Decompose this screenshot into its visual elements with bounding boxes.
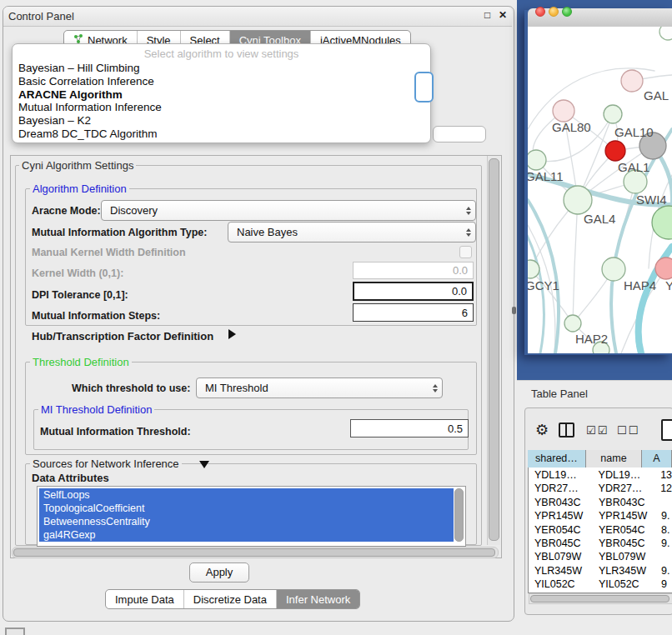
mi-threshold-input[interactable] [350, 419, 469, 438]
table-cell: YDR27… [529, 482, 594, 495]
settings-hscrollbar-thumb[interactable] [13, 548, 495, 557]
float-panel-icon[interactable]: □ [484, 9, 490, 21]
data-attribute-item[interactable]: BetweennessCentrality [39, 515, 454, 528]
data-attribute-item[interactable]: SelfLoops [39, 488, 454, 502]
table-row[interactable]: YLR345WYLR345W9. [529, 564, 672, 578]
tab-infer-network[interactable]: Infer Network [277, 590, 359, 608]
background-combo-fragment [433, 126, 486, 142]
table-cell: YBR043C [529, 496, 594, 509]
mi-steps-input[interactable] [353, 303, 474, 322]
table-row[interactable]: YPR145WYPR145W9. [529, 509, 672, 522]
settings-hscrollbar-track[interactable] [12, 547, 499, 558]
network-view[interactable]: GALGAL80GAL10GAL11GAL1SWI4GAL4GCY1HAP4YH… [528, 27, 672, 353]
hub-definition-label[interactable]: Hub/Transcription Factor Definition [32, 330, 213, 342]
network-node[interactable] [621, 70, 643, 92]
table-cell: YPR145W [529, 509, 594, 522]
column-header-3[interactable]: A [642, 450, 672, 468]
table-hscrollbar-thumb[interactable] [530, 595, 669, 602]
close-panel-icon[interactable]: ✕ [499, 9, 507, 21]
columns-icon[interactable] [559, 422, 574, 438]
tab-discretize-data[interactable]: Discretize Data [184, 590, 277, 608]
table-cell: YDL19… [529, 468, 594, 482]
algorithm-option[interactable]: ARACNE Algorithm [13, 88, 430, 102]
stepper-icon [462, 207, 475, 215]
table-row[interactable]: YDR27…YDR27…12 [529, 482, 672, 495]
network-node[interactable] [604, 105, 622, 123]
network-node[interactable] [659, 27, 672, 40]
gear-icon[interactable]: ⚙ [535, 421, 549, 439]
mi-threshold-label: Mutual Information Threshold: [40, 426, 191, 438]
node-label: SWI4 [636, 192, 667, 207]
close-window-icon[interactable] [535, 7, 545, 17]
panel-splitter-handle[interactable] [512, 307, 516, 314]
table-cell: 12 [655, 482, 672, 495]
which-threshold-select[interactable]: MI Threshold [196, 378, 443, 398]
settings-vscrollbar-thumb[interactable] [489, 158, 499, 541]
algorithm-option[interactable]: Bayesian – Hill Climbing [13, 62, 430, 75]
data-attribute-item[interactable]: TopologicalCoefficient [39, 502, 454, 515]
settings-vscrollbar-track[interactable] [487, 156, 500, 545]
table-rows: YDL19…YDL19…13YDR27…YDR27…12YBR043CYBR04… [529, 468, 672, 593]
network-edge[interactable] [530, 269, 573, 323]
algorithm-option[interactable]: Mutual Information Inference [13, 101, 430, 114]
zoom-window-icon[interactable] [562, 7, 572, 17]
collapse-arrow-icon[interactable] [199, 461, 209, 468]
table-cell: YIL052C [594, 578, 656, 591]
unchecked-checkboxes-icon[interactable]: ☐☐ [617, 424, 639, 437]
network-node[interactable] [528, 150, 546, 170]
node-label: GCY1 [528, 278, 559, 292]
network-node[interactable] [602, 258, 625, 281]
checked-checkboxes-icon[interactable]: ☑☑ [586, 424, 609, 437]
network-node[interactable] [553, 100, 574, 122]
cyni-algorithm-settings-title: Cyni Algorithm Settings [19, 159, 136, 172]
table-row[interactable]: YBR045CYBR045C9. [529, 537, 672, 550]
table-cell: YBL079W [594, 550, 656, 563]
node-label: GAL11 [528, 169, 564, 183]
listbox-scrollbar[interactable] [454, 488, 464, 542]
cyni-mode-tabbar: Impute DataDiscretize DataInfer Network [105, 589, 360, 609]
data-attributes-listbox[interactable]: SelfLoopsTopologicalCoefficientBetweenne… [37, 486, 466, 547]
network-node[interactable] [652, 206, 672, 239]
network-node[interactable] [564, 186, 592, 214]
apply-button[interactable]: Apply [189, 562, 249, 582]
table-cell: YER054C [529, 523, 594, 537]
app-root: Control Panel □ ✕ NetworkStyleSelectCyni… [0, 0, 672, 635]
stepper-icon [429, 384, 442, 392]
network-edge[interactable] [611, 269, 616, 353]
table-row[interactable]: YIL052CYIL052C9 [529, 578, 672, 591]
stepper-icon [462, 228, 475, 237]
table-cell: YDR27… [594, 482, 656, 495]
table-row[interactable]: YBR043CYBR043C [529, 496, 672, 509]
document-icon[interactable] [661, 419, 672, 441]
table-row[interactable]: YDL19…YDL19…13 [529, 468, 672, 482]
expand-arrow-icon[interactable] [228, 329, 236, 339]
dpi-tolerance-input[interactable] [353, 282, 474, 301]
column-header-1[interactable]: shared… [528, 450, 586, 468]
network-node[interactable] [655, 258, 672, 279]
table-cell: YPR145W [594, 509, 656, 522]
network-node[interactable] [605, 141, 625, 161]
column-header-2[interactable]: name [586, 450, 642, 468]
table-hscrollbar-track[interactable] [529, 593, 672, 604]
table-cell: 9. [656, 537, 669, 550]
data-attribute-item[interactable]: gal4RGexp [39, 528, 454, 542]
table-row[interactable]: YER054CYER054C8. [529, 523, 672, 537]
algorithm-option[interactable]: Dream8 DC_TDC Algorithm [13, 128, 430, 141]
table-cell: 13 [655, 468, 672, 482]
node-label: HAP4 [624, 278, 656, 292]
mi-algorithm-type-select[interactable]: Naive Bayes [228, 222, 476, 242]
data-attributes-label: Data Attributes [32, 472, 109, 484]
network-edge[interactable] [573, 200, 578, 323]
aracne-mode-select[interactable]: Discovery [101, 200, 476, 221]
combo-focus-fragment [414, 72, 434, 102]
node-label: GAL [644, 88, 669, 102]
table-row[interactable]: YBL079WYBL079W [529, 550, 672, 563]
algorithm-option[interactable]: Basic Correlation Inference [13, 75, 430, 88]
minimize-window-icon[interactable] [549, 7, 559, 17]
tab-impute-data[interactable]: Impute Data [106, 590, 184, 608]
collapsed-panel-button[interactable] [5, 628, 25, 635]
table-cell: YER054C [594, 523, 656, 537]
node-label: HAP2 [575, 332, 608, 346]
network-node[interactable] [564, 315, 581, 332]
algorithm-option[interactable]: Bayesian – K2 [13, 114, 430, 128]
